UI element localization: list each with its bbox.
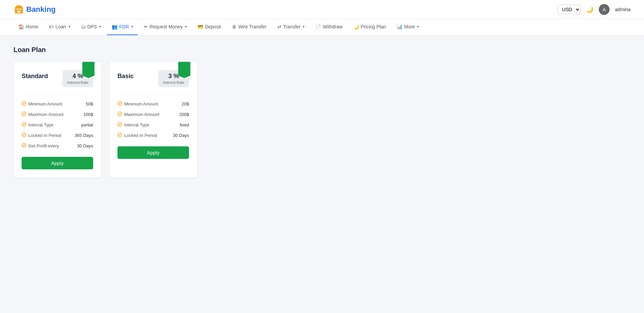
- check-circle-icon-standard-0: [22, 101, 26, 107]
- nav-item-deposit[interactable]: 💳 Deposit: [193, 19, 225, 35]
- feature-label-basic-0: Minimum Amount: [117, 101, 158, 107]
- nav-item-loan[interactable]: 🏷 Loan ▾: [44, 19, 75, 35]
- feature-label-text-basic-0: Minimum Amount: [124, 101, 158, 106]
- nav-item-dps[interactable]: 🗂 DPS ▾: [76, 19, 106, 35]
- header-right: USD EUR GBP 🌙 A admina: [558, 4, 630, 15]
- feature-value-standard-3: 365 Days: [75, 133, 93, 138]
- loan-chevron: ▾: [69, 25, 70, 28]
- feature-row-standard-0: Minimum Amount50$: [22, 101, 93, 107]
- svg-rect-3: [20, 8, 21, 10]
- nav-label-dps: DPS: [87, 24, 97, 29]
- plan-name-basic: Basic: [117, 73, 134, 80]
- check-circle-icon-basic-1: [117, 112, 122, 117]
- feature-label-standard-4: Get Profit every: [22, 143, 59, 149]
- nav-item-fdr[interactable]: 👥 FDR ▾: [107, 19, 138, 35]
- feature-row-basic-1: Maximum Amount200$: [117, 112, 189, 117]
- svg-rect-1: [16, 5, 22, 7]
- logo-area: Banking: [14, 4, 56, 15]
- admin-name: admina: [615, 7, 630, 12]
- feature-row-standard-3: Locked In Period365 Days: [22, 133, 93, 138]
- nav-label-transfer: Transfer: [283, 24, 301, 29]
- feature-label-basic-2: Interval Type: [117, 122, 149, 128]
- feature-row-basic-0: Minimum Amount20$: [117, 101, 189, 107]
- feature-label-text-basic-2: Interval Type: [124, 122, 149, 127]
- nav-label-fdr: FDR: [119, 24, 129, 29]
- feature-label-text-standard-0: Minimum Amount: [28, 101, 62, 106]
- moon-icon[interactable]: 🌙: [586, 6, 593, 13]
- feature-label-standard-2: Interval Type: [22, 122, 53, 128]
- feature-label-standard-3: Locked In Period: [22, 133, 61, 138]
- plan-card-basic: Basic3 %Interest RateMinimum Amount20$Ma…: [109, 62, 197, 177]
- feature-label-standard-1: Maximum Amount: [22, 112, 63, 117]
- main-nav: 🏠 Home 🏷 Loan ▾ 🗂 DPS ▾ 👥 FDR ▾ ✏ Reques…: [0, 19, 644, 35]
- feature-value-standard-4: 30 Days: [77, 143, 93, 148]
- feature-row-standard-2: Interval Typepartial: [22, 122, 93, 128]
- plan-name-standard: Standard: [22, 73, 48, 80]
- home-icon: 🏠: [18, 24, 24, 29]
- check-circle-icon-basic-3: [117, 133, 122, 138]
- nav-item-transfer[interactable]: ⇄ Transfer ▾: [273, 19, 310, 35]
- apply-button-basic[interactable]: Apply: [117, 146, 189, 159]
- interest-rate-label-standard: Interest Rate: [67, 80, 88, 85]
- plan-features-standard: Minimum Amount50$Maximum Amount100$Inter…: [22, 95, 93, 149]
- avatar: A: [599, 4, 610, 15]
- feature-label-basic-1: Maximum Amount: [117, 112, 159, 117]
- nav-item-withdraw[interactable]: 📄 Withdraw: [311, 19, 347, 35]
- loan-icon: 🏷: [49, 24, 54, 29]
- ribbon-inner-basic: [178, 62, 190, 78]
- feature-label-text-basic-3: Locked In Period: [124, 133, 157, 138]
- nav-label-wire-transfer: Wire Transfer: [238, 24, 267, 29]
- feature-row-basic-2: Interval Typefixed: [117, 122, 189, 128]
- nav-item-home[interactable]: 🏠 Home: [14, 19, 43, 35]
- pricing-plan-icon: 🌙: [353, 24, 359, 29]
- feature-value-standard-0: 50$: [86, 101, 93, 106]
- logo-icon: [14, 4, 24, 15]
- currency-select[interactable]: USD EUR GBP: [558, 5, 581, 14]
- fdr-chevron: ▾: [131, 25, 133, 28]
- plan-cards-container: Standard4 %Interest RateMinimum Amount50…: [14, 62, 630, 177]
- nav-item-more[interactable]: 📊 More ▾: [392, 19, 424, 35]
- nav-item-wire-transfer[interactable]: 🖥 Wire Transfer: [227, 19, 271, 35]
- nav-label-pricing-plan: Pricing Plan: [361, 24, 386, 29]
- check-circle-icon-basic-0: [117, 101, 122, 107]
- feature-value-basic-3: 30 Days: [173, 133, 189, 138]
- svg-rect-2: [17, 8, 18, 10]
- deposit-icon: 💳: [197, 24, 203, 29]
- check-circle-icon-standard-3: [22, 133, 26, 138]
- feature-label-text-standard-3: Locked In Period: [28, 133, 61, 138]
- header: Banking USD EUR GBP 🌙 A admina: [0, 0, 644, 19]
- feature-value-standard-1: 100$: [83, 112, 93, 117]
- feature-value-basic-1: 200$: [179, 112, 189, 117]
- interest-rate-label-basic: Interest Rate: [163, 80, 184, 85]
- feature-value-basic-0: 20$: [182, 101, 189, 106]
- fdr-icon: 👥: [112, 24, 117, 29]
- nav-label-home: Home: [26, 24, 38, 29]
- feature-label-text-standard-1: Maximum Amount: [28, 112, 63, 117]
- feature-row-standard-4: Get Profit every30 Days: [22, 143, 93, 149]
- feature-value-basic-2: fixed: [180, 122, 189, 127]
- apply-button-standard[interactable]: Apply: [22, 157, 93, 169]
- wire-transfer-icon: 🖥: [232, 24, 237, 29]
- check-circle-icon-basic-2: [117, 122, 122, 128]
- transfer-icon: ⇄: [277, 24, 281, 29]
- feature-label-basic-3: Locked In Period: [117, 133, 157, 138]
- page-title: Loan Plan: [14, 46, 630, 54]
- nav-label-request-money: Request Money: [150, 24, 183, 29]
- avatar-image: A: [599, 4, 610, 15]
- request-money-icon: ✏: [144, 24, 148, 29]
- dps-chevron: ▾: [99, 25, 101, 28]
- ribbon-inner-standard: [82, 62, 95, 78]
- check-circle-icon-standard-2: [22, 122, 26, 128]
- svg-rect-4: [18, 11, 20, 13]
- request-money-chevron: ▾: [185, 25, 187, 28]
- nav-label-deposit: Deposit: [205, 24, 221, 29]
- nav-item-request-money[interactable]: ✏ Request Money ▾: [139, 19, 191, 35]
- nav-item-pricing-plan[interactable]: 🌙 Pricing Plan: [349, 19, 391, 35]
- plan-card-standard: Standard4 %Interest RateMinimum Amount50…: [14, 62, 101, 177]
- feature-row-standard-1: Maximum Amount100$: [22, 112, 93, 117]
- feature-value-standard-2: partial: [81, 122, 93, 127]
- withdraw-icon: 📄: [315, 24, 321, 29]
- check-circle-icon-standard-1: [22, 112, 26, 117]
- more-chevron: ▾: [417, 25, 419, 28]
- logo-text: Banking: [26, 5, 56, 14]
